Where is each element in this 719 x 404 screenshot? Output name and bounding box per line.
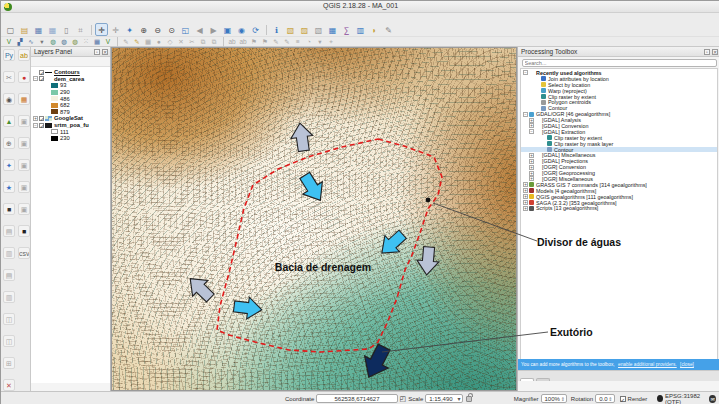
zoom-next[interactable]: ▶ — [207, 23, 220, 36]
add-db-layer[interactable]: ▦ — [92, 37, 102, 46]
toggle-editing[interactable]: ✎ — [132, 37, 142, 46]
layer-row[interactable]: ✓ 93 — [31, 82, 110, 89]
zoom-last[interactable]: ◀ — [193, 23, 206, 36]
algorithm-row[interactable]: + Scripts [13 geoalgorithms] — [521, 205, 717, 211]
raster-calc-icon[interactable]: ▦ — [18, 93, 30, 105]
delete-selected[interactable]: ✕ — [176, 37, 186, 46]
add-vector-layer[interactable]: ◍ — [48, 37, 58, 46]
label-abc-icon[interactable]: ab — [18, 49, 30, 61]
expander-icon[interactable]: + — [523, 200, 528, 205]
layer-row[interactable]: ✓ 230 — [31, 135, 110, 142]
pan-to-selection[interactable]: ✛ — [109, 23, 122, 36]
crs-button[interactable]: EPSG:31982 (OTF) — [657, 393, 709, 404]
expander-icon[interactable]: − — [523, 70, 528, 75]
expander-icon[interactable]: + — [523, 188, 528, 193]
zoom-to-selection[interactable]: ◉ — [235, 23, 248, 36]
layer-row[interactable]: − ✓ srtm_poa_fu — [31, 122, 110, 129]
coordinate-input[interactable]: 562538,6714627 — [316, 394, 397, 403]
profile-list-icon[interactable]: ▥ — [3, 247, 15, 259]
layer-row[interactable]: + ✓ GoogleSat — [31, 115, 110, 122]
layer-row[interactable]: ✓ 111 — [31, 128, 110, 135]
expander-icon[interactable]: + — [529, 159, 534, 164]
layer-row[interactable]: ✓ 290 — [31, 89, 110, 96]
zoom-in[interactable]: ⊕ — [137, 23, 150, 36]
map-tips[interactable]: ◗ — [368, 23, 381, 36]
save-edits[interactable]: ▦ — [143, 37, 153, 46]
layer-row[interactable]: ✓ 682 — [31, 102, 110, 109]
render-checkbox[interactable]: ✓ — [620, 396, 626, 402]
globe-plugin-icon[interactable]: ★ — [3, 181, 15, 193]
mask-tool-icon[interactable]: ◫ — [3, 335, 15, 347]
expander-icon[interactable]: − — [529, 129, 534, 134]
identify[interactable]: ℹ — [270, 23, 283, 36]
zoom-full[interactable]: ◱ — [179, 23, 192, 36]
label-tool-1[interactable]: ab — [227, 37, 237, 46]
layer-row[interactable]: − ✓ dem_carea — [31, 76, 110, 83]
zoom-native[interactable]: ⊙ — [165, 23, 178, 36]
add-feature[interactable]: ● — [154, 37, 164, 46]
expander-icon[interactable]: + — [523, 206, 528, 211]
node-tool[interactable]: ◇ — [165, 37, 175, 46]
panel-close-button[interactable]: ✕ — [102, 49, 108, 55]
panel-float-button[interactable]: ▫ — [704, 49, 710, 55]
pan-map[interactable]: ✛ — [95, 23, 108, 36]
python-console-icon[interactable]: Py — [3, 49, 15, 61]
label-tool-10[interactable]: ⌖ — [326, 37, 336, 46]
terrain-profile-icon[interactable]: ■ — [3, 203, 15, 215]
layer-menu[interactable]: ▾ — [37, 37, 47, 46]
new-composer[interactable]: ▯ — [60, 23, 73, 36]
panel-tab[interactable] — [536, 378, 550, 381]
new-shapefile[interactable]: V — [4, 37, 14, 46]
add-raster-layer[interactable]: ◍ — [59, 37, 69, 46]
label-tool-7[interactable]: ≡ — [293, 37, 303, 46]
label-tool-9[interactable]: ▾ — [315, 37, 325, 46]
expander-icon[interactable]: + — [529, 153, 534, 158]
layer-checkbox[interactable]: ✓ — [39, 116, 44, 121]
plugin-tools-icon[interactable]: ✂ — [3, 71, 15, 83]
label-tool-8[interactable]: ◔ — [304, 37, 314, 46]
composer-manager[interactable]: ⌗ — [74, 23, 87, 36]
enable-providers-link[interactable]: enable additional providers. — [618, 362, 677, 367]
label-tool-3[interactable]: ⚑ — [249, 37, 259, 46]
magnifier-spinner[interactable]: 100% — [541, 394, 567, 403]
proc-tool1-icon[interactable]: ▣ — [18, 115, 30, 127]
lock-scale-icon[interactable] — [466, 396, 472, 402]
select-features[interactable]: ▧ — [284, 23, 297, 36]
layer-checkbox[interactable]: ✓ — [39, 70, 44, 75]
label-tool-2[interactable]: ab — [238, 37, 248, 46]
color-wheel-icon[interactable]: ● — [18, 71, 30, 83]
cut-features[interactable]: ✂ — [187, 37, 197, 46]
accessibility-tool-icon[interactable]: ✦ — [3, 159, 15, 171]
paste-features[interactable]: ⧉ — [209, 37, 219, 46]
current-edits[interactable]: ✎ — [121, 37, 131, 46]
layer-row[interactable]: ✓ Contours — [31, 69, 110, 76]
layer-row[interactable]: ✓ 879 — [31, 109, 110, 116]
grid-tool-icon[interactable]: ⊞ — [3, 357, 15, 369]
panel-float-button[interactable]: ▫ — [94, 49, 100, 55]
copy-features[interactable]: ⧉ — [198, 37, 208, 46]
add-wms-layer[interactable]: ◍ — [70, 37, 80, 46]
field-calculator[interactable]: ∑ — [340, 23, 353, 36]
layer-row[interactable]: ✓ 486 — [31, 95, 110, 102]
panel-tab[interactable] — [520, 378, 534, 381]
expander-icon[interactable]: + — [529, 123, 534, 128]
interpolate[interactable]: ∿ — [26, 37, 36, 46]
zoom-to-layer[interactable]: ▣ — [221, 23, 234, 36]
processing-search-input[interactable] — [522, 59, 717, 67]
georeference-icon[interactable]: ⊕ — [3, 137, 15, 149]
list2-icon[interactable]: ▥ — [3, 291, 15, 303]
panel-close-button[interactable]: ✕ — [712, 49, 718, 55]
save-project[interactable]: ▦ — [32, 23, 45, 36]
expander-icon[interactable]: + — [33, 116, 38, 121]
expander-icon[interactable]: − — [33, 76, 38, 81]
remove-tool-icon[interactable]: ✕ — [3, 379, 15, 391]
expander-icon[interactable]: + — [529, 165, 534, 170]
expander-icon[interactable]: − — [523, 112, 528, 117]
proc-tool4-icon[interactable]: ▣ — [18, 181, 30, 193]
scale-combo[interactable]: 1:15,490 — [425, 394, 462, 403]
csv-plugin-icon[interactable]: csv — [18, 247, 30, 259]
expander-icon[interactable]: + — [529, 118, 534, 123]
clip-tool-icon[interactable]: ◫ — [3, 313, 15, 325]
move-feature[interactable]: ✦ — [123, 23, 136, 36]
new-annotation[interactable]: ✎ — [382, 23, 395, 36]
